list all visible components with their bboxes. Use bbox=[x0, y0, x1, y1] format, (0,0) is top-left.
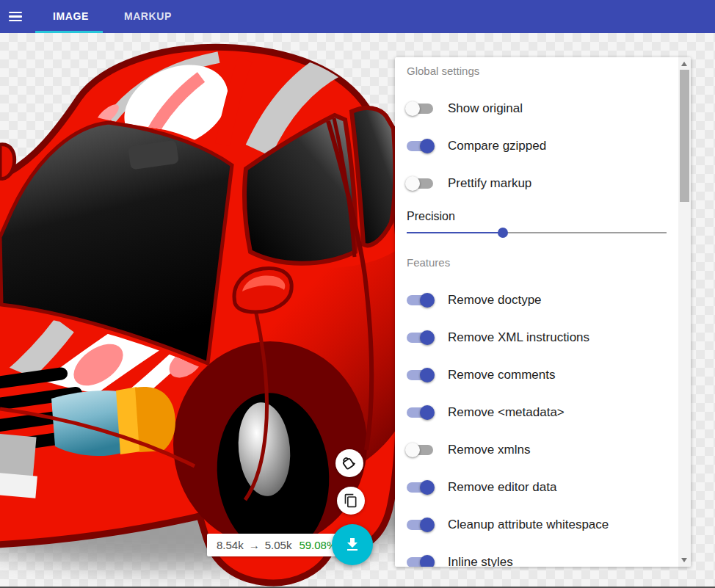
setting-row-remove-comments[interactable]: Remove comments bbox=[407, 360, 555, 390]
section-title-global: Global settings bbox=[407, 64, 479, 79]
setting-label: Inline styles bbox=[448, 555, 513, 567]
setting-label: Remove comments bbox=[448, 368, 555, 382]
remove-editor-data-toggle[interactable] bbox=[407, 480, 433, 495]
precision-slider-fill bbox=[407, 232, 503, 233]
precision-label: Precision bbox=[407, 209, 455, 224]
show-original-toggle[interactable] bbox=[407, 101, 433, 116]
svgomg-app: IMAGE MARKUP bbox=[0, 0, 715, 588]
optimized-size: 5.05k bbox=[265, 539, 292, 551]
precision-slider[interactable] bbox=[407, 227, 667, 239]
remove-doctype-toggle[interactable] bbox=[407, 293, 433, 308]
setting-label: Show original bbox=[448, 101, 523, 116]
download-button[interactable] bbox=[332, 524, 373, 565]
setting-row-remove-xml-instructions[interactable]: Remove XML instructions bbox=[407, 323, 589, 352]
view-tabs: IMAGE MARKUP bbox=[35, 0, 189, 33]
setting-label: Prettify markup bbox=[448, 176, 531, 191]
setting-label: Remove XML instructions bbox=[448, 330, 589, 345]
setting-label: Remove xmlns bbox=[448, 443, 530, 457]
setting-label: Cleanup attribute whitespace bbox=[448, 518, 609, 532]
remove-xmlns-toggle[interactable] bbox=[407, 443, 433, 457]
theme-toggle-button[interactable] bbox=[335, 449, 363, 477]
setting-row-cleanup-attribute-whitespace[interactable]: Cleanup attribute whitespace bbox=[407, 510, 609, 540]
arrow-glyph: → bbox=[249, 539, 260, 551]
setting-row-show-original[interactable]: Show original bbox=[407, 94, 523, 123]
scrollbar-thumb[interactable] bbox=[680, 70, 689, 202]
copy-icon bbox=[344, 493, 358, 508]
remove-metadata-toggle[interactable] bbox=[407, 405, 433, 420]
original-size: 8.54k bbox=[217, 539, 244, 551]
compare-gzipped-toggle[interactable] bbox=[407, 139, 433, 153]
tab-markup[interactable]: MARKUP bbox=[106, 0, 189, 33]
copy-button[interactable] bbox=[337, 487, 365, 515]
setting-row-inline-styles[interactable]: Inline styles bbox=[407, 548, 513, 567]
settings-panel: Global settings Show original Compare gz… bbox=[395, 57, 691, 567]
setting-row-remove-doctype[interactable]: Remove doctype bbox=[407, 286, 542, 315]
setting-label: Remove <metadata> bbox=[448, 405, 565, 420]
active-tab-indicator bbox=[35, 31, 103, 33]
setting-label: Remove editor data bbox=[448, 480, 556, 495]
setting-label: Remove doctype bbox=[448, 293, 542, 308]
remove-comments-toggle[interactable] bbox=[407, 368, 433, 382]
savings-percent: 59.08% bbox=[299, 539, 336, 551]
download-icon bbox=[344, 536, 361, 553]
toolbar: IMAGE MARKUP bbox=[0, 0, 715, 33]
tab-image[interactable]: IMAGE bbox=[35, 0, 106, 33]
setting-row-remove-xmlns[interactable]: Remove xmlns bbox=[407, 435, 530, 465]
prettify-markup-toggle[interactable] bbox=[407, 176, 433, 191]
setting-row-compare-gzipped[interactable]: Compare gzipped bbox=[407, 131, 546, 161]
section-title-features: Features bbox=[407, 255, 450, 270]
setting-row-remove-metadata[interactable]: Remove <metadata> bbox=[407, 398, 565, 427]
setting-row-remove-editor-data[interactable]: Remove editor data bbox=[407, 473, 556, 502]
scroll-down-arrow-icon[interactable] bbox=[681, 558, 687, 562]
precision-slider-thumb[interactable] bbox=[498, 228, 508, 238]
menu-button[interactable] bbox=[9, 7, 28, 26]
panel-scrollbar[interactable] bbox=[678, 57, 691, 567]
remove-xml-instructions-toggle[interactable] bbox=[407, 330, 433, 345]
setting-row-prettify-markup[interactable]: Prettify markup bbox=[407, 169, 531, 198]
scroll-up-arrow-icon[interactable] bbox=[681, 62, 687, 66]
setting-label: Compare gzipped bbox=[448, 139, 546, 153]
paint-bucket-icon bbox=[341, 455, 358, 471]
cleanup-attribute-whitespace-toggle[interactable] bbox=[407, 518, 433, 532]
inline-styles-toggle[interactable] bbox=[407, 555, 433, 567]
